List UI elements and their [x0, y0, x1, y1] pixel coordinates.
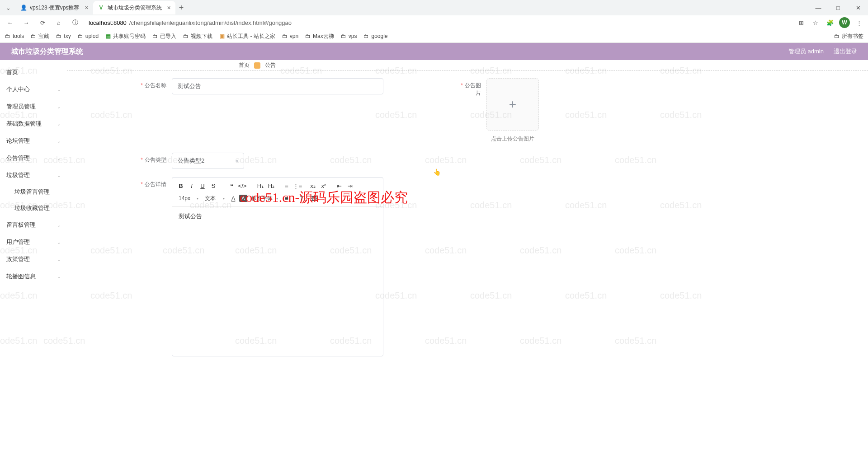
folder-icon: 🗀 — [340, 33, 347, 39]
strike-button[interactable]: S — [208, 181, 218, 191]
app-header: 城市垃圾分类管理系统 管理员 admin 退出登录 — [0, 43, 868, 60]
folder-icon: 🗀 — [834, 33, 840, 39]
user-label[interactable]: 管理员 admin — [788, 47, 824, 56]
home-button[interactable]: ⌂ — [52, 16, 65, 29]
tool-icon: ▣ — [219, 33, 225, 39]
bookmark-folder[interactable]: 🗀已导入 — [152, 33, 176, 40]
name-input[interactable] — [172, 78, 383, 94]
sidebar-item-forum[interactable]: 论坛管理⌄ — [0, 132, 67, 150]
close-window-button[interactable]: ✕ — [848, 0, 868, 15]
chevron-down-icon: ⌄ — [57, 173, 61, 178]
tab-1[interactable]: V 城市垃圾分类管理系统 × — [93, 1, 175, 14]
upload-box[interactable]: + — [486, 78, 539, 131]
bookmark-folder[interactable]: 🗀google — [363, 33, 387, 39]
maximize-button[interactable]: □ — [828, 0, 848, 15]
type-select[interactable]: 公告类型2 ▾ — [172, 153, 244, 169]
bookmark-folder[interactable]: 🗀uplod — [77, 33, 99, 39]
site-info-icon[interactable]: ⓘ — [69, 16, 81, 29]
url-input[interactable]: localhost:8080/chengshilajifenleiguanlix… — [85, 16, 792, 29]
breadcrumb-current: 公告 — [265, 61, 276, 69]
folder-icon: 🗀 — [305, 33, 311, 39]
close-icon[interactable]: × — [167, 4, 171, 11]
bookmark-folder[interactable]: 🗀vps — [340, 33, 357, 39]
sidebar-sub-fav[interactable]: 垃圾收藏管理 — [0, 200, 67, 216]
bookmark-folder[interactable]: 🗀vpn — [282, 33, 298, 39]
bookmark-folder[interactable]: 🗀Max云梯 — [305, 33, 334, 40]
back-button[interactable]: ← — [4, 16, 16, 29]
chevron-down-icon: ⌄ — [57, 240, 61, 245]
sidebar-item-data[interactable]: 基础数据管理⌄ — [0, 115, 67, 132]
chevron-down-icon: ⌄ — [57, 122, 61, 126]
bookmark-item[interactable]: ▣站长工具 - 站长之家 — [219, 33, 275, 40]
chevron-down-icon: ⌄ — [57, 156, 61, 161]
tab-dropdown-icon[interactable]: ⌄ — [4, 3, 13, 12]
tab-bar: ⌄ 👤 vps123-便宜vps推荐 × V 城市垃圾分类管理系统 × + — … — [0, 0, 868, 15]
folder-icon: 🗀 — [5, 33, 11, 39]
folder-icon: 🗀 — [77, 33, 84, 39]
detail-label: *公告详情 — [67, 177, 172, 188]
upload-hint: 点击上传公告图片 — [486, 135, 539, 143]
editor-body[interactable]: 测试公告 — [172, 207, 383, 356]
font-size-select[interactable]: 14px▾ — [176, 195, 201, 201]
form: *公告名称 *公告图片 + 点击上传公告图片 *公告类型 — [67, 71, 868, 356]
plus-icon: + — [509, 97, 516, 112]
quote-button[interactable]: ❝ — [226, 181, 236, 191]
sidebar-item-admin[interactable]: 管理员管理⌄ — [0, 98, 67, 115]
sidebar-item-carousel[interactable]: 轮播图信息⌄ — [0, 268, 67, 285]
bookmark-folder[interactable]: 🗀视频下载 — [183, 33, 212, 40]
sidebar-item-policy[interactable]: 政策管理⌄ — [0, 251, 67, 268]
bookmark-folder[interactable]: 🗀txy — [56, 33, 71, 39]
watermark-big: code51.cn-源码乐园盗图必究 — [240, 188, 408, 207]
folder-icon: 🗀 — [30, 33, 37, 39]
chevron-down-icon: ▾ — [236, 159, 238, 164]
app-body: code51.cn code51.cn code51.cn code51.cn … — [0, 60, 868, 468]
chevron-down-icon: ⌄ — [57, 139, 61, 144]
new-tab-button[interactable]: + — [179, 3, 184, 13]
font-color-button[interactable]: A — [228, 193, 238, 203]
sidebar-item-notice[interactable]: 公告管理⌄ — [0, 150, 67, 167]
profile-avatar[interactable]: W — [839, 17, 850, 28]
folder-icon: 🗀 — [363, 33, 369, 39]
breadcrumb: 首页 公告 — [67, 60, 868, 71]
sidebar-item-board[interactable]: 留言板管理⌄ — [0, 216, 67, 234]
chevron-down-icon: ⌄ — [57, 104, 61, 109]
minimize-button[interactable]: — — [808, 0, 828, 15]
sidebar: 首页 个人中心⌄ 管理员管理⌄ 基础数据管理⌄ 论坛管理⌄ 公告管理⌄ 垃圾管理… — [0, 60, 67, 468]
install-icon[interactable]: ⊞ — [796, 17, 807, 28]
sidebar-item-home[interactable]: 首页 — [0, 64, 67, 81]
sheet-icon: ▦ — [105, 33, 111, 39]
text-type-select[interactable]: 文本▾ — [202, 195, 227, 202]
type-label: *公告类型 — [67, 153, 172, 164]
menu-icon[interactable]: ⋮ — [854, 17, 864, 28]
breadcrumb-home[interactable]: 首页 — [239, 61, 250, 69]
bookmark-folder[interactable]: 🗀tools — [5, 33, 24, 39]
all-bookmarks[interactable]: 🗀所有书签 — [834, 33, 863, 40]
sidebar-item-user[interactable]: 用户管理⌄ — [0, 234, 67, 251]
close-icon[interactable]: × — [85, 4, 88, 11]
logout-link[interactable]: 退出登录 — [834, 47, 857, 56]
underline-button[interactable]: U — [198, 181, 208, 191]
url-path: /chengshilajifenleiguanlixitong/admin/di… — [129, 19, 292, 26]
sidebar-sub-msg[interactable]: 垃圾留言管理 — [0, 184, 67, 200]
browser-chrome: ⌄ 👤 vps123-便宜vps推荐 × V 城市垃圾分类管理系统 × + — … — [0, 0, 868, 43]
extensions-icon[interactable]: 🧩 — [825, 17, 835, 28]
url-host: localhost:8080 — [89, 19, 127, 26]
sidebar-item-trash[interactable]: 垃圾管理⌄ — [0, 167, 67, 184]
bold-button[interactable]: B — [176, 181, 186, 191]
star-icon[interactable]: ☆ — [810, 17, 821, 28]
reload-button[interactable]: ⟳ — [36, 16, 49, 29]
folder-icon: 🗀 — [152, 33, 158, 39]
bookmark-item[interactable]: ▦共享账号密码 — [105, 33, 146, 40]
folder-icon: 🗀 — [183, 33, 189, 39]
tab-0[interactable]: 👤 vps123-便宜vps推荐 × — [15, 1, 93, 14]
breadcrumb-icon — [254, 62, 260, 69]
forward-button[interactable]: → — [20, 16, 33, 29]
folder-icon: 🗀 — [282, 33, 288, 39]
chevron-down-icon: ⌄ — [57, 223, 61, 228]
tab-0-favicon: 👤 — [20, 4, 27, 11]
italic-button[interactable]: I — [187, 181, 197, 191]
bookmark-folder[interactable]: 🗀宝藏 — [30, 33, 49, 40]
tab-1-title: 城市垃圾分类管理系统 — [108, 4, 162, 12]
cursor-icon: 👆 — [433, 168, 441, 176]
sidebar-item-personal[interactable]: 个人中心⌄ — [0, 81, 67, 98]
